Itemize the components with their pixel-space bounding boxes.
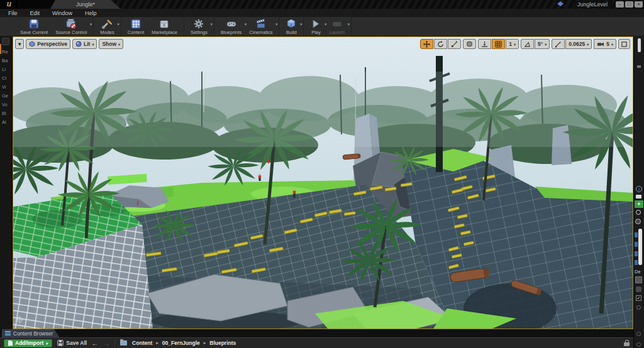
crumb-00-fernjungle[interactable]: 00_FernJungle bbox=[162, 340, 200, 346]
maximize-viewport-button[interactable] bbox=[618, 39, 630, 49]
toolbar-button-label: Save Current bbox=[20, 30, 48, 35]
place-category-vo[interactable]: Vo bbox=[0, 101, 12, 109]
toolbar-button-label: Settings bbox=[191, 30, 208, 35]
toolbar-group: Build▾ bbox=[279, 17, 304, 36]
viewport-scene[interactable] bbox=[13, 37, 633, 329]
place-category-re[interactable]: Re bbox=[0, 48, 12, 57]
place-category-ba[interactable]: Ba bbox=[0, 57, 12, 65]
content-browser-tab[interactable]: Content Browser bbox=[2, 329, 59, 337]
crumb-blueprints[interactable]: Blueprints bbox=[209, 340, 236, 346]
toolbar-button-build[interactable]: Build▾ bbox=[283, 17, 299, 36]
minimize-button[interactable]: – bbox=[616, 1, 624, 8]
level-viewport[interactable]: ▾ Perspective Lit▾ Show▾ bbox=[13, 36, 633, 329]
viewport-toolbar-right: 1▾ 5°▾ 0.0625▾ 5▾ bbox=[420, 39, 630, 49]
save-all-button[interactable]: Save All bbox=[57, 340, 87, 346]
close-button[interactable]: × bbox=[635, 1, 643, 8]
grid-snap-button[interactable] bbox=[492, 39, 505, 49]
content-icon bbox=[130, 18, 142, 30]
scale-snap-button[interactable] bbox=[552, 39, 565, 49]
maximize-button[interactable]: □ bbox=[625, 1, 633, 8]
surface-snap-button[interactable] bbox=[478, 39, 491, 49]
menu-edit[interactable]: Edit bbox=[25, 10, 46, 16]
scale-tool-button[interactable] bbox=[448, 39, 461, 49]
toolbar-button-cinematics[interactable]: Cinematics▾ bbox=[247, 17, 275, 36]
details-tab-fragment[interactable]: De bbox=[635, 269, 641, 275]
search-icon[interactable] bbox=[636, 210, 641, 215]
toolbar-button-play[interactable]: Play▾ bbox=[308, 17, 324, 36]
right-scrollbar[interactable] bbox=[638, 38, 641, 52]
lock-icon[interactable] bbox=[624, 340, 630, 346]
blueprints-icon bbox=[226, 18, 237, 30]
toolbar-group: Settings▾ bbox=[184, 17, 214, 36]
lit-mode-button[interactable]: Lit▾ bbox=[72, 39, 97, 49]
toolbar-group: Play▾Launch▾ bbox=[304, 17, 352, 36]
marketplace-icon bbox=[158, 18, 170, 30]
toolbar-button-label: Build bbox=[286, 30, 297, 35]
outliner-row-fragment bbox=[635, 242, 638, 247]
search-icon[interactable] bbox=[635, 219, 641, 224]
place-category-ge[interactable]: Ge bbox=[0, 92, 12, 101]
panel-fragment bbox=[636, 286, 641, 292]
dropdown-caret-icon[interactable]: ▾ bbox=[117, 22, 119, 27]
toolbar-group: Blueprints▾Cinematics▾ bbox=[214, 17, 279, 36]
place-selection-accent bbox=[0, 44, 1, 54]
show-flags-button[interactable]: Show▾ bbox=[99, 39, 123, 49]
red-marker bbox=[137, 201, 138, 205]
toolbar-button-source-control[interactable]: Source Control▾ bbox=[53, 17, 89, 36]
toolbar-button-save-current[interactable]: Save Current bbox=[18, 17, 50, 36]
grid-icon bbox=[495, 41, 502, 48]
thumbnail-fragment bbox=[635, 276, 642, 283]
place-category-al[interactable]: Al bbox=[0, 118, 12, 127]
grid-snap-value[interactable]: 1▾ bbox=[506, 39, 519, 49]
place-tool-icon[interactable] bbox=[2, 38, 9, 45]
save-all-icon bbox=[57, 340, 64, 346]
outliner-scrollbar[interactable] bbox=[638, 229, 642, 265]
toolbar-group: ContentMarketplace bbox=[121, 17, 184, 36]
dropdown-caret-icon[interactable]: ▾ bbox=[210, 22, 213, 27]
add-import-button[interactable]: Add/Import ▾ bbox=[4, 339, 52, 347]
checkbox-fragment[interactable]: ✓ bbox=[636, 295, 641, 301]
mannequin-figure[interactable] bbox=[293, 188, 296, 198]
rotation-snap-button[interactable] bbox=[521, 39, 534, 49]
place-category-vi[interactable]: Vi bbox=[0, 83, 12, 92]
menu-file[interactable]: File bbox=[3, 10, 23, 16]
place-category-li[interactable]: Li bbox=[0, 65, 12, 74]
rotation-snap-value[interactable]: 5°▾ bbox=[535, 39, 550, 49]
surface-snap-icon bbox=[481, 41, 488, 48]
toolbar-button-content[interactable]: Content bbox=[125, 17, 147, 36]
dropdown-caret-icon[interactable]: ▾ bbox=[90, 22, 92, 27]
viewport-options-button[interactable]: ▾ bbox=[15, 39, 24, 49]
scale-snap-value[interactable]: 0.0625▾ bbox=[565, 39, 592, 49]
folder-icon bbox=[120, 340, 127, 345]
toolbar-button-launch[interactable]: Launch▾ bbox=[326, 17, 347, 36]
translate-tool-button[interactable] bbox=[420, 39, 433, 49]
place-category-bl[interactable]: Bl bbox=[0, 109, 12, 118]
toolbar-button-modes[interactable]: Modes▾ bbox=[97, 17, 117, 36]
back-button[interactable]: ← bbox=[92, 340, 98, 347]
toolbar-button-marketplace[interactable]: Marketplace bbox=[149, 17, 180, 36]
maximize-viewport-icon bbox=[621, 41, 627, 47]
panel-fragment bbox=[636, 332, 641, 336]
dropdown-caret-icon[interactable]: ▾ bbox=[348, 22, 350, 27]
toolbar-button-blueprints[interactable]: Blueprints▾ bbox=[218, 17, 244, 36]
dropdown-caret-icon[interactable]: ▾ bbox=[300, 22, 303, 27]
dropdown-caret-icon[interactable]: ▾ bbox=[275, 22, 278, 27]
place-category-ci[interactable]: Ci bbox=[0, 74, 12, 83]
crumb-content[interactable]: Content bbox=[132, 340, 152, 346]
menu-window[interactable]: Window bbox=[47, 10, 78, 16]
toolbar-button-label: Source Control bbox=[55, 30, 87, 35]
breadcrumb: Content▸00_FernJungle▸Blueprints bbox=[132, 340, 236, 346]
forward-button[interactable]: → bbox=[103, 340, 109, 347]
menu-help[interactable]: Help bbox=[79, 10, 103, 16]
add-button-fragment[interactable]: + bbox=[635, 200, 643, 208]
level-tab[interactable]: Jungle* bbox=[50, 0, 121, 9]
toolbar-button-settings[interactable]: Settings▾ bbox=[188, 17, 210, 36]
coordinate-system-button[interactable] bbox=[463, 39, 476, 49]
settings-icon bbox=[193, 18, 204, 30]
rotate-tool-button[interactable] bbox=[434, 39, 447, 49]
translate-icon bbox=[423, 41, 430, 48]
panel-fragment bbox=[636, 195, 641, 198]
camera-speed-button[interactable]: 5▾ bbox=[594, 39, 616, 49]
perspective-button[interactable]: Perspective bbox=[26, 39, 70, 49]
toolbar-button-label: Play bbox=[311, 30, 321, 35]
